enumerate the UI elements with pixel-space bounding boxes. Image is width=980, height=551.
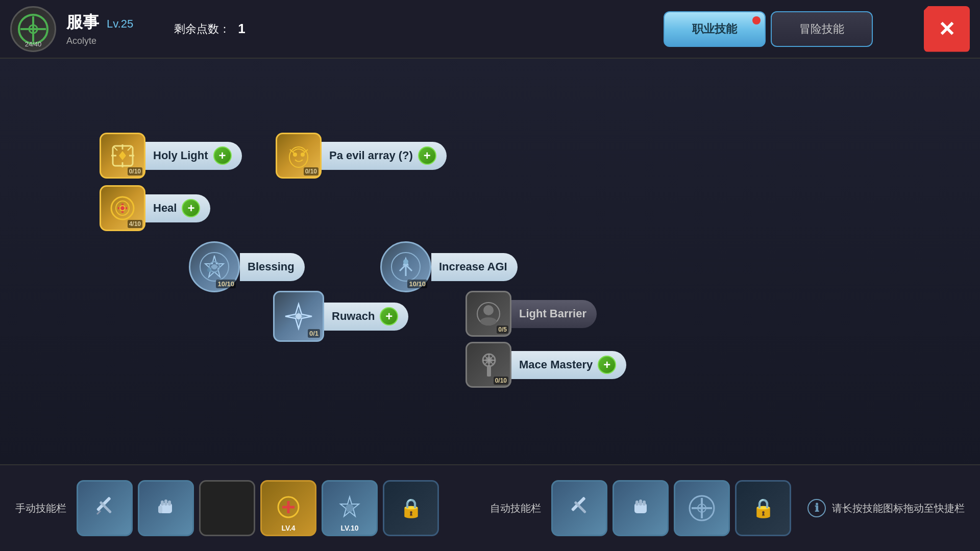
- ruwach-label: Ruwach +: [324, 303, 408, 331]
- svg-line-16: [128, 147, 131, 151]
- info-text: 请长按技能图标拖动至快捷栏: [832, 502, 965, 515]
- svg-rect-44: [164, 499, 167, 506]
- skill-blessing[interactable]: 10/10 Blessing: [189, 241, 305, 292]
- avatar: 24/40: [10, 6, 56, 52]
- manual-slot-4[interactable]: LV.4: [260, 480, 316, 536]
- char-level: Lv.25: [107, 17, 133, 31]
- char-name: 服事: [66, 11, 99, 34]
- svg-rect-56: [643, 500, 646, 506]
- notification-dot: [752, 16, 761, 24]
- heal-add[interactable]: +: [182, 199, 200, 217]
- holy-light-add[interactable]: +: [213, 146, 232, 165]
- ruwach-name: Ruwach: [332, 310, 375, 323]
- svg-rect-45: [168, 500, 171, 506]
- tab-buttons: 职业技能 冒险技能: [664, 11, 873, 47]
- light-barrier-level: 0/5: [497, 325, 508, 334]
- svg-point-50: [346, 504, 354, 512]
- points-section: 剩余点数： 1: [174, 21, 245, 37]
- skill-heal[interactable]: 4/10 Heal +: [100, 185, 210, 231]
- svg-point-32: [480, 317, 497, 325]
- bottom-bar: 手动技能栏: [0, 464, 980, 551]
- manual-slot-5[interactable]: LV.10: [322, 480, 378, 536]
- close-button[interactable]: ✕: [924, 6, 970, 52]
- avatar-count: 24/40: [12, 40, 55, 48]
- svg-point-26: [207, 268, 211, 272]
- auto-slot-3[interactable]: [674, 480, 730, 536]
- increase-agi-level: 10/10: [407, 280, 427, 288]
- heal-level: 4/10: [128, 220, 142, 228]
- auto-slot-2[interactable]: [612, 480, 669, 536]
- manual-label: 手动技能栏: [15, 502, 66, 515]
- svg-line-15: [114, 147, 117, 151]
- heal-name: Heal: [153, 202, 177, 215]
- svg-point-31: [483, 305, 494, 315]
- increase-agi-icon: 10/10: [380, 241, 431, 292]
- lock-icon-1: 🔒: [400, 497, 423, 519]
- blessing-name: Blessing: [248, 260, 295, 273]
- char-class: Acolyte: [66, 36, 133, 46]
- pa-evil-level: 0/10: [304, 167, 318, 176]
- auto-slot-4[interactable]: 🔒: [735, 480, 791, 536]
- manual-slot-6[interactable]: 🔒: [383, 480, 439, 536]
- info-section: ℹ 请长按技能图标拖动至快捷栏: [807, 499, 965, 517]
- char-info: 服事 Lv.25 Acolyte: [66, 11, 133, 46]
- holy-light-icon: 0/10: [100, 133, 145, 179]
- skill-pa-evil[interactable]: 0/10 Pa evil array (?) +: [276, 133, 447, 179]
- svg-rect-46: [158, 506, 162, 513]
- pa-evil-add[interactable]: +: [418, 146, 436, 165]
- pa-evil-label: Pa evil array (?) +: [322, 142, 447, 170]
- manual-slot-1[interactable]: [77, 480, 133, 536]
- ruwach-add[interactable]: +: [380, 307, 398, 325]
- pa-evil-icon: 0/10: [276, 133, 322, 179]
- points-value: 1: [238, 21, 245, 37]
- skill-connectors: [0, 59, 153, 135]
- svg-point-29: [296, 313, 302, 319]
- ruwach-icon: 0/1: [273, 291, 324, 342]
- skill-increase-agi[interactable]: 10/10 Increase AGI: [380, 241, 518, 292]
- blessing-icon: 10/10: [189, 241, 240, 292]
- manual-bar-section: 手动技能栏: [15, 480, 439, 536]
- skill-light-barrier[interactable]: 0/5 Light Barrier: [465, 291, 597, 337]
- info-icon: ℹ: [807, 499, 826, 517]
- light-barrier-name: Light Barrier: [519, 307, 586, 320]
- pa-evil-name: Pa evil array (?): [329, 149, 413, 162]
- skill-ruwach[interactable]: 0/1 Ruwach +: [273, 291, 408, 342]
- light-barrier-label: Light Barrier: [511, 300, 597, 328]
- lock-icon-2: 🔒: [752, 497, 775, 519]
- holy-light-name: Holy Light: [153, 149, 208, 162]
- mace-mastery-level: 0/10: [494, 377, 508, 385]
- ruwach-level: 0/1: [308, 329, 320, 338]
- skill-mace-mastery[interactable]: 0/10 Mace Mastery +: [465, 342, 626, 388]
- tab-adventure-skills[interactable]: 冒险技能: [771, 11, 873, 47]
- mace-mastery-label: Mace Mastery +: [511, 351, 626, 379]
- svg-rect-55: [639, 499, 642, 506]
- mace-mastery-icon: 0/10: [465, 342, 511, 388]
- increase-agi-name: Increase AGI: [439, 260, 507, 273]
- manual-slot-2[interactable]: [138, 480, 194, 536]
- svg-point-28: [403, 259, 408, 264]
- header: 24/40 服事 Lv.25 Acolyte 剩余点数： 1 职业技能 冒险技能…: [0, 0, 980, 59]
- blessing-label: Blessing: [240, 253, 305, 281]
- skill-tree: 0/10 Holy Light + 0/10 Pa evil array (?)…: [0, 59, 980, 464]
- holy-light-label: Holy Light +: [145, 142, 242, 170]
- auto-bar-section: 自动技能栏: [490, 480, 791, 536]
- light-barrier-icon: 0/5: [465, 291, 511, 337]
- slot-5-level: LV.10: [323, 524, 376, 532]
- mace-mastery-name: Mace Mastery: [519, 358, 593, 371]
- increase-agi-label: Increase AGI: [431, 253, 518, 281]
- svg-rect-43: [161, 500, 164, 506]
- manual-slot-3[interactable]: [199, 480, 255, 536]
- auto-slot-1[interactable]: [551, 480, 607, 536]
- svg-point-17: [289, 147, 308, 167]
- points-label: 剩余点数：: [174, 21, 230, 37]
- holy-light-level: 0/10: [128, 167, 142, 176]
- tab-job-skills[interactable]: 职业技能: [664, 11, 766, 47]
- blessing-level: 10/10: [216, 280, 236, 288]
- heal-label: Heal +: [145, 194, 210, 222]
- slot-4-level: LV.4: [262, 524, 315, 532]
- auto-label: 自动技能栏: [490, 502, 541, 515]
- skill-holy-light[interactable]: 0/10 Holy Light +: [100, 133, 242, 179]
- mace-mastery-add[interactable]: +: [598, 356, 616, 374]
- heal-icon: 4/10: [100, 185, 145, 231]
- svg-rect-54: [635, 500, 639, 506]
